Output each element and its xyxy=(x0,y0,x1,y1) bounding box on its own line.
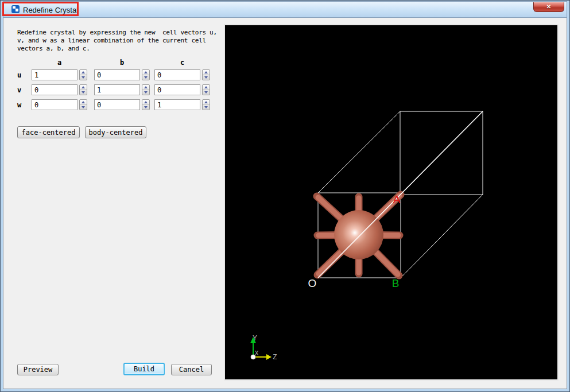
close-icon: ✕ xyxy=(546,3,551,10)
arrow-down-icon xyxy=(204,76,208,79)
spin-down-button[interactable] xyxy=(203,75,210,80)
col-header-c: c xyxy=(154,59,210,67)
arrow-up-icon xyxy=(144,101,148,103)
spin-down-button[interactable] xyxy=(203,90,210,95)
origin-label: O xyxy=(308,277,317,289)
arrow-down-icon xyxy=(82,76,85,79)
spinbox-u-c xyxy=(154,69,210,80)
spinbox-u-a xyxy=(32,69,87,80)
cell-edge xyxy=(318,111,400,193)
arrow-up-icon xyxy=(82,71,85,73)
window-title: Redefine Crystal xyxy=(23,6,78,14)
spinbox-u-b xyxy=(94,69,150,80)
spinbox-u-a-input[interactable] xyxy=(32,69,77,80)
arrow-up-icon xyxy=(82,86,85,88)
preview-button[interactable]: Preview xyxy=(17,364,59,375)
spinbox-w-a-input[interactable] xyxy=(32,99,77,110)
app-logo-icon xyxy=(11,5,20,13)
spin-up-button[interactable] xyxy=(203,70,210,75)
spin-up-button[interactable] xyxy=(203,100,210,105)
spinbox-w-b xyxy=(94,99,150,110)
spin-up-button[interactable] xyxy=(203,85,210,90)
spinbox-v-b-input[interactable] xyxy=(94,84,140,95)
spin-up-button[interactable] xyxy=(142,100,149,105)
y-axis-label: Y xyxy=(253,334,257,342)
b-axis-label: B xyxy=(392,277,400,289)
z-axis-arrowhead-icon xyxy=(266,354,272,360)
instruction-text: Redefine crystal by expressing the new c… xyxy=(17,29,222,53)
x-axis-label: X xyxy=(255,350,259,356)
cancel-button[interactable]: Cancel xyxy=(171,364,212,375)
a-axis-label: A xyxy=(393,193,401,205)
arrow-down-icon xyxy=(82,91,85,94)
spin-down-button[interactable] xyxy=(142,75,149,80)
arrow-down-icon xyxy=(144,91,148,94)
spin-down-button[interactable] xyxy=(80,75,87,80)
arrow-down-icon xyxy=(204,106,208,108)
body-centered-button[interactable]: body-centered xyxy=(85,126,146,138)
spin-up-button[interactable] xyxy=(80,100,87,105)
spin-down-button[interactable] xyxy=(142,105,149,110)
spinbox-v-a xyxy=(32,84,87,95)
spin-down-button[interactable] xyxy=(80,90,87,95)
spinbox-u-c-input[interactable] xyxy=(154,69,200,80)
spinbox-v-c-input[interactable] xyxy=(154,84,200,95)
z-axis-label: Z xyxy=(273,353,277,361)
arrow-down-icon xyxy=(144,106,148,108)
spin-up-button[interactable] xyxy=(80,70,87,75)
title-bar[interactable]: Redefine Crystal ✕ xyxy=(3,1,567,18)
spin-up-button[interactable] xyxy=(142,70,149,75)
arrow-down-icon xyxy=(144,76,148,79)
spinbox-v-b xyxy=(94,84,150,95)
row-header-u: u xyxy=(17,71,21,79)
face-centered-button[interactable]: face-centered xyxy=(17,126,80,138)
arrow-down-icon xyxy=(204,91,208,94)
close-button[interactable]: ✕ xyxy=(533,2,564,12)
arrow-up-icon xyxy=(144,71,148,73)
arrow-up-icon xyxy=(82,101,85,103)
build-button[interactable]: Build xyxy=(123,363,165,375)
arrow-up-icon xyxy=(204,71,208,73)
cell-edge xyxy=(401,195,483,278)
arrow-up-icon xyxy=(144,86,148,88)
spin-down-button[interactable] xyxy=(203,105,210,110)
col-header-b: b xyxy=(94,59,150,67)
atom-sphere xyxy=(334,210,383,259)
spinbox-w-b-input[interactable] xyxy=(94,99,140,110)
crystal-scene: O B A Y Z X xyxy=(225,25,557,379)
row-header-w: w xyxy=(17,101,21,109)
spinbox-w-c-input[interactable] xyxy=(154,99,200,110)
spin-down-button[interactable] xyxy=(80,105,87,110)
spinbox-v-a-input[interactable] xyxy=(32,84,77,95)
spinbox-u-b-input[interactable] xyxy=(94,69,140,80)
spinbox-w-c xyxy=(154,99,210,110)
viewport-3d[interactable]: O B A Y Z X xyxy=(225,25,557,379)
arrow-up-icon xyxy=(204,86,208,88)
axis-triad: Y Z X xyxy=(250,334,277,361)
spinbox-v-c xyxy=(154,84,210,95)
spinbox-w-a xyxy=(32,99,87,110)
row-header-v: v xyxy=(17,86,21,94)
col-header-a: a xyxy=(32,59,87,67)
spin-up-button[interactable] xyxy=(80,85,87,90)
spin-up-button[interactable] xyxy=(142,85,149,90)
spin-down-button[interactable] xyxy=(142,90,149,95)
window-frame: Redefine Crystal ✕ Redefine crystal by e… xyxy=(0,0,570,392)
arrow-down-icon xyxy=(82,106,85,108)
arrow-up-icon xyxy=(204,101,208,103)
